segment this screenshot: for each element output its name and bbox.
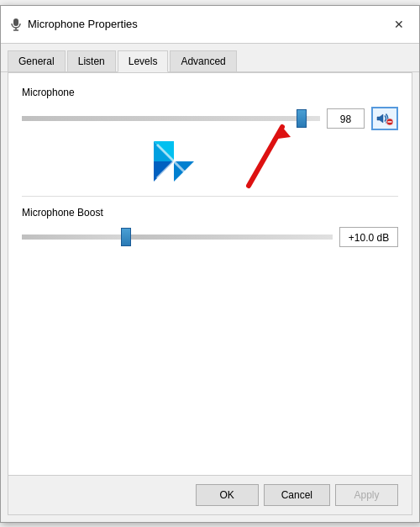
microphone-mute-button[interactable] bbox=[371, 107, 398, 130]
title-left: Microphone Properties bbox=[9, 18, 138, 31]
cancel-button[interactable]: Cancel bbox=[264, 484, 330, 506]
apply-button[interactable]: Apply bbox=[335, 484, 398, 506]
close-button[interactable]: ✕ bbox=[387, 13, 411, 36]
title-bar: Microphone Properties ✕ bbox=[1, 6, 419, 44]
tabs-bar: General Listen Levels Advanced bbox=[1, 44, 419, 72]
footer: OK Cancel Apply bbox=[8, 476, 412, 515]
svg-rect-0 bbox=[13, 18, 18, 26]
microphone-boost-section: Microphone Boost +10.0 dB bbox=[22, 207, 398, 247]
ok-button[interactable]: OK bbox=[196, 484, 259, 506]
boost-label: Microphone Boost bbox=[22, 207, 398, 219]
microphone-title-icon bbox=[9, 18, 23, 31]
boost-slider-thumb[interactable] bbox=[121, 228, 131, 246]
content-panel: Microphone 98 bbox=[8, 72, 412, 476]
window-title: Microphone Properties bbox=[28, 18, 138, 30]
microphone-value-box[interactable]: 98 bbox=[327, 108, 365, 129]
annotation-area bbox=[22, 135, 398, 186]
tab-levels[interactable]: Levels bbox=[118, 50, 169, 72]
svg-marker-3 bbox=[377, 114, 383, 123]
tab-general[interactable]: General bbox=[8, 50, 66, 71]
window: Microphone Properties ✕ General Listen L… bbox=[0, 5, 420, 523]
tab-listen[interactable]: Listen bbox=[67, 50, 116, 71]
section-separator bbox=[22, 196, 398, 197]
speaker-muted-icon bbox=[376, 111, 393, 126]
boost-value-box[interactable]: +10.0 dB bbox=[339, 227, 398, 247]
microphone-label: Microphone bbox=[22, 87, 398, 98]
boost-slider-row: +10.0 dB bbox=[22, 227, 398, 247]
tab-advanced[interactable]: Advanced bbox=[170, 50, 236, 71]
svg-marker-13 bbox=[272, 127, 291, 140]
red-arrow-annotation bbox=[106, 110, 316, 194]
